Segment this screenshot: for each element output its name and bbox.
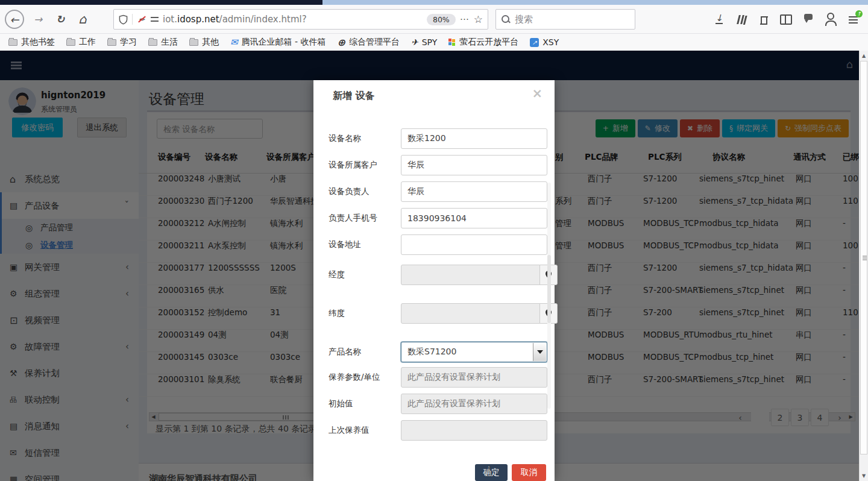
toolbar-icon-group (710, 10, 862, 28)
bookmark-item[interactable]: SPY (411, 37, 437, 47)
bookmark-item[interactable]: XSY (530, 37, 559, 47)
dropdown-arrow-icon[interactable] (533, 343, 546, 361)
permissions-icon[interactable] (151, 16, 159, 23)
bookmark-icon (338, 37, 345, 48)
field-input[interactable]: 18390936104 (401, 208, 547, 228)
screenshot-icon[interactable] (755, 10, 773, 28)
bookmark-label: XSY (542, 37, 559, 47)
active-tab-edge (0, 0, 322, 5)
bookmark-label: 工作 (79, 37, 96, 48)
window-scrollbar[interactable]: ▲ ▼ (859, 51, 868, 481)
field-label: 初始值 (329, 398, 401, 409)
field-input[interactable]: 此产品没有设置保养计划 (401, 367, 547, 388)
search-input[interactable] (515, 14, 632, 25)
bookmark-item[interactable]: 学习 (107, 37, 137, 48)
field-input[interactable] (401, 265, 540, 285)
reload-button[interactable] (52, 11, 69, 28)
field-value: 数采S71200 (407, 347, 456, 357)
back-button[interactable] (5, 10, 24, 29)
sidebar-toggle-icon[interactable] (777, 10, 795, 28)
forward-button[interactable] (30, 11, 46, 28)
field-input[interactable]: 数采1200 (401, 128, 547, 149)
bookmark-icon (189, 39, 198, 46)
bookmark-label: 生活 (161, 37, 178, 48)
field-label: 设备地址 (329, 239, 401, 250)
field-label: 设备所属客户 (329, 160, 401, 171)
field-input[interactable] (401, 234, 547, 255)
scroll-down-arrow[interactable]: ▼ (860, 471, 868, 480)
bookmark-icon (448, 39, 456, 46)
bookmark-label: 学习 (120, 37, 137, 48)
bookmark-label: 其他 (202, 37, 219, 48)
field-input[interactable]: 华辰 (401, 155, 547, 175)
url-bar[interactable]: iot.idosp.net/admin/index.html? 80% ⋯ ☆ (113, 9, 488, 30)
field-input[interactable]: 华辰 (401, 181, 547, 202)
bookmark-label: 其他书签 (21, 37, 55, 48)
cancel-button[interactable]: 取消 (512, 464, 546, 481)
bookmark-item[interactable]: 腾讯企业邮箱 - 收件箱 (230, 37, 326, 48)
scroll-up-arrow[interactable]: ▲ (860, 51, 868, 60)
bookmark-item[interactable]: 其他书签 (8, 37, 55, 48)
bookmark-icon (66, 39, 75, 46)
bookmark-icon (107, 39, 116, 46)
field-input[interactable] (401, 303, 540, 324)
account-icon[interactable] (822, 10, 840, 28)
search-icon (502, 15, 510, 24)
browser-search[interactable] (495, 9, 635, 30)
zoom-level-badge[interactable]: 80% (427, 14, 456, 25)
form-row: 设备地址 (329, 234, 547, 255)
blocked-content-icon[interactable] (137, 14, 146, 24)
form-row: 负责人手机号 18390936104 (329, 208, 547, 228)
pocket-icon[interactable] (799, 10, 817, 28)
form-row: 产品名称 数采S71200 (329, 342, 547, 362)
field-value: 华辰 (407, 186, 424, 197)
field-label: 纬度 (329, 308, 401, 319)
home-button[interactable] (74, 11, 91, 28)
bookmark-item[interactable]: 工作 (66, 37, 96, 48)
tab-strip (0, 0, 868, 5)
browser-toolbar: iot.idosp.net/admin/index.html? 80% ⋯ ☆ (0, 5, 868, 34)
bookmark-icon (530, 38, 539, 47)
browser-nav-buttons (5, 10, 91, 29)
bookmark-item[interactable]: 生活 (148, 37, 178, 48)
field-value: 华辰 (407, 160, 424, 171)
form-row: 设备名称 数采1200 (329, 128, 547, 149)
field-input[interactable]: 此产品没有设置保养计划 (401, 394, 547, 414)
app-menu-icon[interactable] (844, 10, 862, 28)
add-device-modal: 新增 设备 × 设备名称 数采1200 设备所属客户 华辰 (313, 80, 555, 481)
shield-icon[interactable] (119, 14, 128, 25)
bookmark-label: 综合管理平台 (349, 37, 400, 48)
form-row: 纬度 (329, 303, 547, 324)
modal-form: 设备名称 数采1200 设备所属客户 华辰 (329, 128, 547, 447)
window-scrollbar-thumb[interactable] (860, 61, 867, 454)
form-row: 保养参数/单位 此产品没有设置保养计划 (329, 367, 547, 388)
bookmark-item[interactable]: 综合管理平台 (338, 37, 400, 48)
url-text[interactable]: iot.idosp.net/admin/index.html? (163, 14, 423, 25)
form-row: 上次保养值 (329, 420, 547, 441)
close-icon[interactable]: × (532, 86, 542, 101)
bookmark-label: 萤石云开放平台 (459, 37, 518, 48)
web-page: ⌂ hignton2019 系统管理员 修改密码 退出系统 系统总览 产品设备 (0, 51, 868, 481)
modal-title: 新增 设备 (333, 90, 375, 102)
screen: iot.idosp.net/admin/index.html? 80% ⋯ ☆ … (0, 0, 868, 481)
bookmarks-bar: 其他书签 工作 学习 生活 其他 腾讯企业邮箱 - 收件箱 综合管理平台 (0, 34, 868, 51)
field-input[interactable] (401, 420, 547, 441)
bookmark-star-icon[interactable]: ☆ (474, 13, 483, 25)
field-value: 此产品没有设置保养计划 (407, 398, 500, 409)
form-row: 初始值 此产品没有设置保养计划 (329, 394, 547, 414)
field-label: 产品名称 (329, 347, 401, 357)
divider (132, 14, 133, 25)
page-actions-icon[interactable]: ⋯ (460, 14, 470, 25)
modal-scrollbar[interactable] (547, 183, 551, 409)
form-row: 设备所属客户 华辰 (329, 155, 547, 175)
thumb-grip (863, 257, 867, 259)
library-icon[interactable] (732, 10, 750, 28)
bookmark-item[interactable]: 萤石云开放平台 (448, 37, 518, 48)
field-label: 保养参数/单位 (329, 372, 401, 383)
download-icon[interactable] (710, 10, 728, 28)
field-value: 18390936104 (407, 213, 467, 223)
field-label: 上次保养值 (329, 425, 401, 436)
bookmark-label: 腾讯企业邮箱 - 收件箱 (242, 37, 326, 48)
bookmark-item[interactable]: 其他 (189, 37, 219, 48)
field-input[interactable]: 数采S71200 (401, 342, 547, 362)
